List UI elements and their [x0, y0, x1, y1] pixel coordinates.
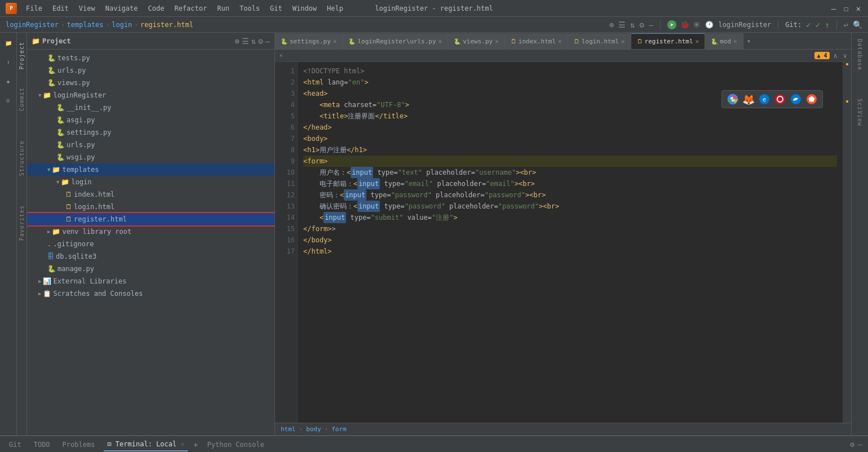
tab-python-console[interactable]: Python Console [204, 438, 268, 451]
tree-add-icon[interactable]: ⊕ [234, 37, 239, 46]
close-tab-mod[interactable]: ✕ [733, 38, 737, 45]
code-content[interactable]: <!DOCTYPE html> <html lang="en"> <head> … [298, 62, 843, 423]
menu-git[interactable]: Git [265, 3, 287, 14]
breadcrumb-project[interactable]: loginRegister [6, 21, 59, 29]
toolbar-list-icon[interactable]: ☰ [618, 20, 626, 29]
add-terminal-button[interactable]: + [193, 440, 198, 449]
tab-views-py[interactable]: 🐍 views.py ✕ [448, 33, 505, 49]
tab-more-button[interactable]: ▾ [743, 37, 754, 45]
tree-sort-icon[interactable]: ⇅ [251, 37, 256, 46]
browser3-icon[interactable]: e [758, 93, 770, 105]
tree-settings-icon[interactable]: ⚙ [258, 37, 263, 46]
tree-item-init-py[interactable]: 🐍 __init__.py [27, 101, 274, 114]
git-check-icon[interactable]: ✓ [806, 20, 811, 29]
tree-item-external-libraries[interactable]: ▶ 📊 External Libraries [27, 275, 274, 287]
tree-item-templates-folder[interactable]: ▼ 📁 templates [27, 163, 274, 176]
tab-terminal[interactable]: ⊡ Terminal: Local ✕ [104, 438, 188, 451]
close-tab-index[interactable]: ✕ [558, 38, 562, 45]
close-button[interactable]: ✕ [854, 5, 862, 12]
menu-file[interactable]: File [21, 3, 47, 14]
search-icon[interactable]: 🔍 [853, 20, 862, 29]
tree-item-urls-inner-py[interactable]: 🐍 urls.py [27, 139, 274, 151]
prev-issue-icon[interactable]: ∧ [832, 51, 839, 60]
breadcrumb-file[interactable]: register.html [140, 21, 193, 29]
close-tab-login[interactable]: ✕ [621, 38, 625, 45]
menu-window[interactable]: Window [288, 3, 321, 14]
label-favorites[interactable]: Favorites [17, 202, 26, 244]
label-structure[interactable]: Structure [17, 137, 26, 179]
sidebar-commit-icon[interactable]: ⬆ [1, 55, 16, 69]
menu-run[interactable]: Run [212, 3, 234, 14]
next-issue-icon[interactable]: ∨ [842, 51, 849, 60]
close-tab-views[interactable]: ✕ [495, 38, 499, 45]
brave-icon[interactable] [805, 93, 818, 105]
toolbar-settings-icon[interactable]: ⚙ [640, 20, 644, 29]
git-push-icon[interactable]: ↑ [825, 20, 829, 29]
firefox-icon[interactable]: 🦊 [742, 93, 755, 105]
tab-git[interactable]: Git [6, 438, 25, 451]
breadcrumb-body[interactable]: body [306, 426, 321, 433]
tree-item-tests-py[interactable]: 🐍 tests.py [27, 52, 274, 64]
tree-list-icon[interactable]: ☰ [242, 37, 249, 46]
tab-index-html[interactable]: 🗒 index.html ✕ [505, 33, 568, 49]
tree-collapse-icon[interactable]: — [265, 37, 270, 46]
close-tab-urls[interactable]: ✕ [439, 38, 442, 45]
edge-icon[interactable] [790, 93, 802, 105]
sidebar-unknown-icon[interactable]: ◆ [1, 74, 16, 88]
label-database[interactable]: Database [856, 36, 864, 74]
tree-item-urls-py[interactable]: 🐍 urls.py [27, 64, 274, 77]
maximize-button[interactable]: ☐ [842, 5, 850, 12]
tab-settings-py[interactable]: 🐍 settings.py ✕ [275, 33, 343, 49]
breadcrumb-form[interactable]: form [331, 426, 347, 433]
tree-item-views-py[interactable]: 🐍 views.py [27, 77, 274, 89]
tab-todo[interactable]: TODO [30, 438, 54, 451]
label-sciview[interactable]: SciView [856, 95, 864, 130]
undo-icon[interactable]: ↩ [844, 20, 848, 29]
tree-item-loginregister-folder[interactable]: ▼ 📁 loginRegister [27, 89, 274, 101]
git-commit-icon[interactable]: ✓ [816, 20, 820, 29]
sidebar-project-icon[interactable]: 📁 [1, 36, 16, 50]
terminal-close-icon[interactable]: ✕ [180, 441, 184, 448]
label-project[interactable]: Project [17, 38, 26, 73]
breadcrumb-html[interactable]: html [281, 426, 296, 433]
tree-item-wsgi-py[interactable]: 🐍 wsgi.py [27, 151, 274, 163]
breadcrumb-login[interactable]: login [112, 21, 132, 29]
tab-problems[interactable]: Problems [59, 438, 99, 451]
run-button[interactable]: ▶ [667, 20, 676, 29]
breadcrumb-templates[interactable]: templates [67, 21, 104, 29]
toolbar-sort-icon[interactable]: ⇅ [630, 20, 635, 29]
tree-item-asgi-py[interactable]: 🐍 asgi.py [27, 114, 274, 126]
tree-item-venv[interactable]: ▶ 📁 venv library root [27, 225, 274, 238]
toolbar-add-icon[interactable]: ⊕ [609, 20, 614, 29]
terminal-close-panel-icon[interactable]: — [858, 440, 862, 449]
opera-icon[interactable] [774, 93, 786, 105]
tree-item-manage-py[interactable]: 🐍 manage.py [27, 263, 274, 275]
tab-urls-py[interactable]: 🐍 loginRegister\urls.py ✕ [343, 33, 448, 49]
tab-mod[interactable]: 🐍 mod ✕ [705, 33, 743, 49]
close-tab-register[interactable]: ✕ [696, 38, 699, 45]
tree-item-gitignore[interactable]: . .gitignore [27, 238, 274, 250]
tree-item-index-html[interactable]: 🗒 index.html [27, 188, 274, 201]
menu-navigate[interactable]: Navigate [101, 3, 143, 14]
menu-edit[interactable]: Edit [48, 3, 73, 14]
tree-item-login-folder[interactable]: ▼ 📁 login [27, 176, 274, 188]
tree-item-register-html[interactable]: 🗒 register.html [27, 213, 274, 225]
terminal-settings-icon[interactable]: ⚙ [850, 440, 854, 449]
minimize-button[interactable]: — [830, 5, 838, 12]
close-tab-settings[interactable]: ✕ [333, 38, 337, 45]
tree-item-scratches[interactable]: ▶ 📋 Scratches and Consoles [27, 287, 274, 300]
chrome-icon[interactable] [727, 93, 739, 105]
menu-tools[interactable]: Tools [235, 3, 264, 14]
label-commit[interactable]: Commit [17, 84, 26, 114]
tree-item-sqlite[interactable]: 🗄 db.sqlite3 [27, 250, 274, 263]
sidebar-unknown2-icon[interactable]: ⚙ [1, 93, 16, 108]
menu-code[interactable]: Code [144, 3, 169, 14]
tree-item-settings-py[interactable]: 🐍 settings.py [27, 126, 274, 139]
tree-item-login-html[interactable]: 🗒 login.html [27, 201, 274, 213]
menu-help[interactable]: Help [322, 3, 348, 14]
menu-view[interactable]: View [74, 3, 100, 14]
menu-refactor[interactable]: Refactor [170, 3, 211, 14]
tab-register-html[interactable]: 🗒 register.html ✕ [631, 33, 706, 49]
tab-login-html[interactable]: 🗒 login.html ✕ [568, 33, 631, 49]
toolbar-collapse-icon[interactable]: — [649, 20, 653, 29]
